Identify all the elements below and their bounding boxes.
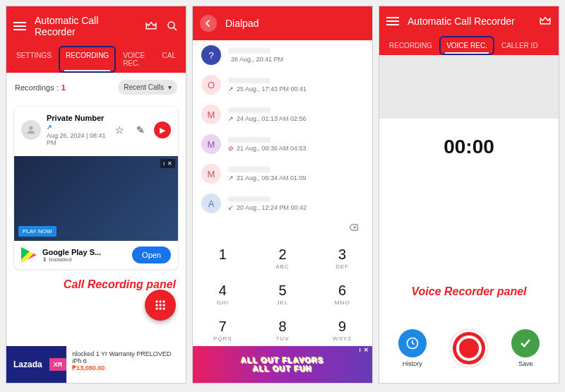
key-1[interactable]: 1 bbox=[193, 239, 253, 275]
svg-point-0 bbox=[168, 22, 174, 28]
call-meta: ↗24 Aug., 01:13 AM 02:56 bbox=[228, 115, 364, 122]
svg-point-10 bbox=[162, 307, 165, 309]
dialpad-fab[interactable] bbox=[145, 290, 176, 321]
ad-sub: ⬇ Installed bbox=[42, 256, 126, 263]
record-button[interactable] bbox=[450, 329, 488, 367]
tab-voice-rec-3[interactable]: VOICE REC. bbox=[439, 36, 494, 55]
filter-label: Recent Calls bbox=[124, 83, 164, 91]
search-icon[interactable] bbox=[166, 20, 179, 32]
ad-banner-image[interactable]: i✕ PLAY NOW bbox=[14, 156, 178, 241]
call-meta: Aug 26, 2024 | 08:41 PM bbox=[47, 132, 106, 146]
timer-display: 00:00 bbox=[379, 136, 559, 158]
contact-name-blurred bbox=[228, 78, 270, 83]
svg-point-4 bbox=[162, 300, 165, 302]
svg-point-5 bbox=[155, 304, 157, 306]
crown-icon[interactable] bbox=[539, 15, 552, 28]
contact-avatar: M bbox=[201, 164, 221, 184]
contact-avatar: M bbox=[201, 134, 221, 154]
contact-avatar: ? bbox=[201, 45, 221, 65]
bottom-ad-banner[interactable]: Lazada XR nlocked 1 Yr Warranty PRELOVED… bbox=[6, 346, 186, 383]
app-header-3: Automatic Call Recorder bbox=[379, 6, 559, 36]
key-6[interactable]: 6MNO bbox=[312, 275, 372, 311]
waveform-area bbox=[379, 55, 559, 119]
svg-point-1 bbox=[29, 126, 32, 130]
app-header: Automatic Call Recorder bbox=[6, 6, 186, 46]
panel-voice-recorder: Automatic Call Recorder RECORDING VOICE … bbox=[379, 6, 559, 384]
recordings-count: 1 bbox=[61, 83, 66, 92]
svg-point-2 bbox=[155, 300, 157, 302]
svg-point-3 bbox=[159, 300, 161, 302]
call-row[interactable]: O ↗25 Aug., 17:43 PM 00:41 bbox=[193, 70, 372, 100]
contact-name-blurred bbox=[228, 107, 270, 113]
ad-title: Google Play S... bbox=[42, 248, 126, 256]
chevron-down-icon: ▾ bbox=[168, 83, 172, 91]
dialpad-title: Dialpad bbox=[225, 18, 365, 29]
call-meta: ↗21 Aug., 09:34 AM 01:09 bbox=[228, 174, 364, 182]
call-meta: ↗25 Aug., 17:43 PM 00:41 bbox=[228, 85, 364, 93]
lazada-logo: Lazada bbox=[6, 360, 49, 369]
svg-point-8 bbox=[155, 307, 157, 309]
app-title: Automatic Call Recorder bbox=[35, 15, 136, 37]
ad-install-row: Google Play S... ⬇ Installed Open bbox=[14, 241, 178, 269]
call-row[interactable]: M ⊘21 Aug., 09:36 AM 04:53 bbox=[193, 129, 372, 159]
call-row[interactable]: A ↙20 Aug., 12:24 PM 00:42 bbox=[193, 189, 372, 218]
play-button[interactable]: ▶ bbox=[154, 121, 171, 138]
tab-recording[interactable]: RECORDING bbox=[59, 46, 116, 73]
app-title-3: Automatic Call Recorder bbox=[408, 16, 530, 27]
save-button[interactable]: Save bbox=[511, 329, 540, 367]
key-7[interactable]: 7PQRS bbox=[193, 311, 253, 348]
contact-name-blurred bbox=[228, 196, 270, 202]
call-row[interactable]: ? 26 Aug., 20:41 PM bbox=[193, 40, 372, 70]
tab-caller-id-3[interactable]: CALLER ID bbox=[494, 36, 545, 55]
panel-dialpad: Dialpad ? 26 Aug., 20:41 PMO ↗25 Aug., 1… bbox=[192, 6, 373, 384]
tab-recording-3[interactable]: RECORDING bbox=[382, 36, 439, 55]
call-row[interactable]: M ↗21 Aug., 09:34 AM 01:09 bbox=[193, 159, 372, 189]
svg-point-6 bbox=[159, 304, 161, 306]
star-icon[interactable]: ☆ bbox=[112, 122, 127, 138]
outgoing-icon: ↗ bbox=[47, 124, 52, 131]
filter-dropdown[interactable]: Recent Calls ▾ bbox=[118, 80, 177, 95]
caller-name: Private Number ↗ bbox=[47, 114, 106, 131]
contact-name-blurred bbox=[228, 48, 270, 54]
menu-icon[interactable] bbox=[13, 22, 26, 30]
history-button[interactable]: History bbox=[398, 329, 427, 367]
recordings-label: Recordings : bbox=[15, 83, 59, 92]
key-2[interactable]: 2ABC bbox=[253, 239, 313, 275]
key-8[interactable]: 8TUV bbox=[253, 311, 313, 348]
google-play-icon bbox=[21, 247, 37, 263]
contact-avatar: M bbox=[201, 105, 221, 124]
avatar-icon bbox=[21, 120, 41, 140]
panel-call-recording: Automatic Call Recorder SETTINGS RECORDI… bbox=[6, 6, 186, 384]
open-button[interactable]: Open bbox=[132, 247, 171, 263]
key-3[interactable]: 3DEF bbox=[312, 239, 372, 275]
tab-voice-rec[interactable]: VOICE REC. bbox=[116, 46, 155, 73]
contact-avatar: A bbox=[201, 194, 221, 213]
call-meta: ⊘21 Aug., 09:36 AM 04:53 bbox=[228, 145, 364, 152]
tab-caller[interactable]: CAL bbox=[155, 46, 183, 73]
call-meta: 26 Aug., 20:41 PM bbox=[228, 56, 364, 63]
key-9[interactable]: 9WXYZ bbox=[312, 311, 372, 348]
edit-icon[interactable]: ✎ bbox=[133, 122, 148, 138]
ad-close-icon[interactable]: ✕ bbox=[167, 160, 172, 167]
tab-settings[interactable]: SETTINGS bbox=[9, 46, 59, 73]
key-5[interactable]: 5JKL bbox=[253, 275, 313, 311]
svg-point-9 bbox=[159, 307, 161, 309]
svg-point-7 bbox=[162, 304, 165, 306]
recording-card: Private Number ↗ Aug 26, 2024 | 08:41 PM… bbox=[13, 106, 179, 270]
call-row[interactable]: M ↗24 Aug., 01:13 AM 02:56 bbox=[193, 100, 372, 129]
bottom-ad-banner-2[interactable]: ALL OUT FLAVORS ALL OUT FUN i ✕ bbox=[193, 346, 372, 383]
key-4[interactable]: 4GHI bbox=[193, 275, 253, 311]
back-button[interactable] bbox=[200, 15, 217, 32]
recordings-bar: Recordings : 1 Recent Calls ▾ bbox=[6, 73, 186, 102]
recording-entry[interactable]: Private Number ↗ Aug 26, 2024 | 08:41 PM… bbox=[14, 107, 178, 153]
annotation-label-3: Voice Recorder panel bbox=[379, 285, 559, 298]
tab-bar: SETTINGS RECORDING VOICE REC. CAL bbox=[6, 46, 186, 73]
contact-name-blurred bbox=[228, 167, 270, 172]
crown-icon[interactable] bbox=[145, 20, 157, 32]
contact-name-blurred bbox=[228, 137, 270, 143]
menu-icon[interactable] bbox=[386, 17, 399, 25]
tab-bar-3: RECORDING VOICE REC. CALLER ID bbox=[379, 36, 559, 55]
backspace-icon[interactable] bbox=[347, 222, 361, 235]
contact-avatar: O bbox=[201, 75, 221, 95]
ad-play-now[interactable]: PLAY NOW bbox=[18, 226, 56, 237]
